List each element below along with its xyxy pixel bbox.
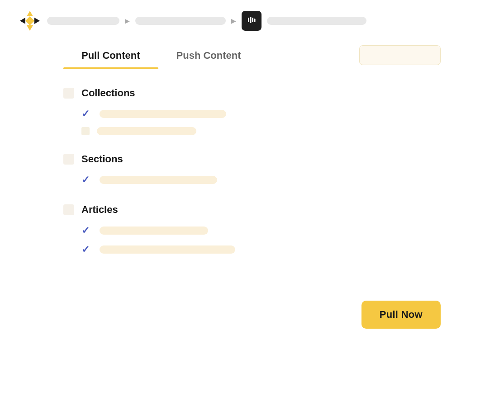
sections-header: Sections <box>63 153 441 165</box>
pull-now-button[interactable]: Pull Now <box>361 301 441 329</box>
collection-item-pill-1 <box>100 110 226 118</box>
collections-items: ✓ <box>81 108 441 135</box>
svg-rect-6 <box>248 18 249 22</box>
collection-item-pill-2 <box>97 127 196 135</box>
breadcrumb: ▶ ▶ <box>47 11 486 31</box>
breadcrumb-pill-3 <box>267 17 366 25</box>
breadcrumb-arrow-2: ▶ <box>231 17 236 24</box>
articles-section: Articles ✓ ✓ <box>63 204 441 255</box>
collections-section: Collections ✓ <box>63 87 441 135</box>
collection-item-checkbox-2[interactable] <box>81 127 90 135</box>
svg-rect-7 <box>250 17 252 23</box>
svg-marker-0 <box>27 11 33 16</box>
collections-header: Collections <box>63 87 441 99</box>
articles-title: Articles <box>81 204 118 216</box>
breadcrumb-pill-2 <box>135 17 226 25</box>
articles-items: ✓ ✓ <box>81 225 441 255</box>
svg-marker-2 <box>27 25 33 31</box>
checkmark-icon: ✓ <box>81 225 92 236</box>
header: ▶ ▶ <box>0 0 504 42</box>
checkmark-icon: ✓ <box>81 108 92 120</box>
svg-marker-3 <box>20 18 25 24</box>
section-item-1: ✓ <box>81 174 441 186</box>
tab-push-content[interactable]: Push Content <box>158 42 259 69</box>
articles-header: Articles <box>63 204 441 216</box>
collections-title: Collections <box>81 87 135 99</box>
sections-items: ✓ <box>81 174 441 186</box>
svg-rect-8 <box>252 18 253 22</box>
collection-item-1: ✓ <box>81 108 441 120</box>
article-item-2: ✓ <box>81 244 441 255</box>
sections-checkbox[interactable] <box>63 154 74 165</box>
collections-checkbox[interactable] <box>63 88 74 99</box>
article-item-pill-2 <box>100 245 235 254</box>
svg-rect-4 <box>25 16 34 25</box>
main-content: Collections ✓ Sections ✓ <box>0 69 504 292</box>
article-item-1: ✓ <box>81 225 441 236</box>
footer-bar: Pull Now <box>0 292 504 347</box>
svg-marker-1 <box>34 18 40 24</box>
tabs-container: Pull Content Push Content <box>0 42 504 69</box>
section-item-pill-1 <box>100 176 217 184</box>
tab-pull-content[interactable]: Pull Content <box>63 42 158 69</box>
svg-rect-9 <box>254 19 256 22</box>
logo-icon[interactable] <box>18 9 42 33</box>
sections-title: Sections <box>81 153 123 165</box>
breadcrumb-arrow-1: ▶ <box>125 17 130 24</box>
breadcrumb-pill-1 <box>47 17 119 25</box>
checkmark-icon: ✓ <box>81 244 92 255</box>
articles-checkbox[interactable] <box>63 204 74 215</box>
intercom-icon <box>242 11 262 31</box>
sections-section: Sections ✓ <box>63 153 441 186</box>
checkmark-icon: ✓ <box>81 174 92 186</box>
tab-right-badge <box>359 45 441 65</box>
article-item-pill-1 <box>100 227 208 235</box>
collection-item-2 <box>81 127 441 135</box>
